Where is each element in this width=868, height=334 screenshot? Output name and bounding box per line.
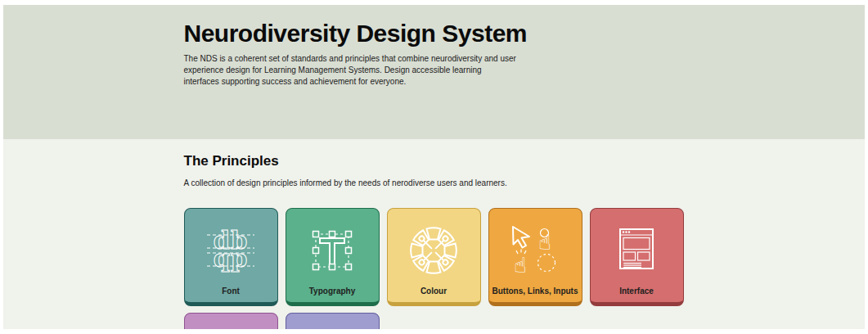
browser-window-icon: [610, 209, 663, 287]
card-partial-purple[interactable]: [184, 313, 278, 329]
card-interface[interactable]: Interface: [590, 208, 684, 306]
card-label: Interface: [619, 287, 654, 302]
card-typography[interactable]: Typography: [286, 208, 380, 306]
card-colour[interactable]: Colour: [387, 208, 481, 306]
svg-text:☝: ☝: [538, 230, 551, 255]
circle-icon: [306, 314, 358, 329]
card-label: Typography: [309, 287, 355, 302]
card-font[interactable]: db qp Font: [184, 208, 278, 306]
hero-section: Neurodiversity Design System The NDS is …: [3, 5, 865, 139]
principles-card-grid: db qp Font: [184, 208, 685, 329]
hero-description: The NDS is a coherent set of standards a…: [184, 53, 518, 88]
principles-section: The Principles A collection of design pr…: [3, 139, 865, 329]
principles-subtitle: A collection of design principles inform…: [184, 178, 685, 188]
principles-heading: The Principles: [184, 153, 685, 169]
page-title: Neurodiversity Design System: [184, 20, 685, 47]
text-selection-icon: [306, 209, 358, 287]
card-label: Buttons, Links, Inputs: [492, 287, 578, 302]
card-partial-lavender[interactable]: [286, 313, 380, 329]
font-metrics-icon: db qp: [205, 209, 257, 287]
circle-icon: [205, 314, 257, 329]
svg-text:☝: ☝: [514, 253, 527, 277]
pointer-tap-icon: ☝ ☝: [509, 209, 561, 287]
card-label: Colour: [421, 287, 447, 302]
card-label: Font: [222, 287, 240, 302]
colour-wheel-icon: [407, 209, 460, 287]
card-buttons-links-inputs[interactable]: ☝ ☝ Buttons, Links, Inputs: [488, 208, 582, 306]
svg-text:qp: qp: [214, 245, 249, 273]
page-frame: Neurodiversity Design System The NDS is …: [3, 5, 865, 329]
